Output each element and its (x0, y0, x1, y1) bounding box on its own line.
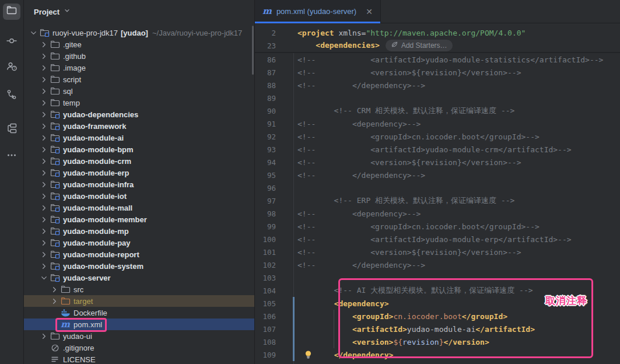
tree-item-yudao-module-mp[interactable]: yudao-module-mp (24, 225, 254, 237)
code-line-97[interactable]: 97 <!-- ERP 相关模块。默认注释，保证编译速度 --> (255, 194, 620, 207)
activity-bar-button-structure[interactable] (3, 121, 20, 138)
chevron-right-icon[interactable] (39, 192, 48, 201)
structure-icon (6, 123, 17, 136)
chevron-right-icon[interactable] (39, 215, 48, 224)
tree-item-yudao-module-system[interactable]: yudao-module-system (24, 260, 254, 272)
tree-item-yudao-module-infra[interactable]: yudao-module-infra (24, 178, 254, 190)
tree-item-sql[interactable]: sql (24, 85, 254, 97)
code-line-109[interactable]: 109 </dependency> (255, 348, 620, 361)
code-line-106[interactable]: 106 <groupId>cn.iocoder.boot</groupId> (255, 310, 620, 323)
tree-item-label: sql (63, 87, 73, 96)
code-line-105[interactable]: 105 <dependency> (255, 297, 620, 310)
line-content: <dependencies>Add Starters… (276, 40, 453, 51)
tree-item-yudao-module-crm[interactable]: yudao-module-crm (24, 155, 254, 167)
tree-item-yudao-framework[interactable]: yudao-framework (24, 120, 254, 132)
chevron-right-icon[interactable] (39, 332, 48, 341)
chevron-right-icon[interactable] (39, 169, 48, 177)
tree-item-script[interactable]: script (24, 74, 254, 85)
tree-item-target[interactable]: target (24, 295, 254, 307)
code-line-101[interactable]: 101<!-- <version>${revision}</version>--… (255, 246, 620, 258)
project-panel-header[interactable]: Project (24, 0, 254, 23)
code-line-89[interactable]: 89 (255, 92, 620, 104)
add-starters-inlay[interactable]: Add Starters… (386, 40, 453, 51)
activity-bar-button-project[interactable] (3, 4, 20, 20)
activity-bar-button-version-control[interactable] (3, 88, 20, 104)
activity-bar-button-commit[interactable] (3, 34, 20, 50)
chevron-right-icon[interactable] (39, 87, 48, 96)
chevron-right-icon[interactable] (39, 227, 48, 236)
tree-item-yudao-module-erp[interactable]: yudao-module-erp (24, 167, 254, 178)
chevron-down-icon[interactable] (29, 29, 38, 37)
code-line-104[interactable]: 104 <!-- AI 大模型相关模块。默认注释，保证编译速度 --> (255, 284, 620, 297)
tree-item--gitee[interactable]: .gitee (24, 38, 254, 50)
close-icon[interactable]: ✕ (366, 7, 373, 16)
code-line-95[interactable]: 95<!-- </dependency>--> (255, 169, 620, 181)
code-line-92[interactable]: 92<!-- <groupId>cn.iocoder.boot</groupId… (255, 130, 620, 143)
code-line-108[interactable]: 108 <version>${revision}</version> (255, 335, 620, 348)
code-line-107[interactable]: 107 <artifactId>yudao-module-ai</artifac… (255, 323, 620, 335)
chevron-right-icon[interactable] (39, 40, 48, 49)
code-line-98[interactable]: 98<!-- <dependency>--> (255, 207, 620, 220)
tree-item-yudao-ui[interactable]: yudao-ui (24, 330, 254, 342)
chevron-right-icon[interactable] (39, 134, 48, 142)
tree-item-dockerfile[interactable]: Dockerfile (24, 307, 254, 318)
tree-item--github[interactable]: .github (24, 50, 254, 62)
code-line-102[interactable]: 102<!-- </dependency>--> (255, 258, 620, 271)
tree-item-temp[interactable]: temp (24, 97, 254, 108)
chevron-right-icon[interactable] (39, 180, 48, 189)
intention-bulb-icon[interactable] (304, 350, 313, 361)
chevron-right-icon[interactable] (39, 145, 48, 154)
tree-item--gitignore[interactable]: .gitignore (24, 342, 254, 354)
tree-item-label: yudao-ui (63, 332, 92, 341)
code-line-88[interactable]: 88<!-- </dependency>--> (255, 79, 620, 92)
code-line-23[interactable]: 23 <dependencies>Add Starters… (255, 39, 620, 52)
tree-item-yudao-server[interactable]: yudao-server (24, 272, 254, 284)
tree-item--image[interactable]: .image (24, 62, 254, 74)
chevron-right-icon[interactable] (39, 99, 48, 107)
tree-item-yudao-module-report[interactable]: yudao-module-report (24, 249, 254, 260)
module-folder-icon (50, 133, 60, 142)
activity-bar-button-more-tool-windows[interactable] (3, 148, 20, 164)
tree-item-yudao-module-ai[interactable]: yudao-module-ai (24, 132, 254, 144)
tree-item-label: .gitee (63, 40, 82, 49)
tab-pom-xml[interactable]: m pom.xml (yudao-server) ✕ (255, 0, 381, 23)
chevron-down-icon[interactable] (39, 274, 48, 282)
tree-item-pom-xml[interactable]: mpom.xml (24, 318, 254, 330)
code-line-99[interactable]: 99<!-- <groupId>cn.iocoder.boot</groupId… (255, 220, 620, 233)
tree-item-yudao-dependencies[interactable]: yudao-dependencies (24, 108, 254, 120)
code-line-2[interactable]: 2<project xmlns="http://maven.apache.org… (255, 26, 620, 39)
code-line-103[interactable]: 103 (255, 271, 620, 284)
chevron-right-icon[interactable] (50, 285, 59, 294)
tree-item-yudao-module-member[interactable]: yudao-module-member (24, 214, 254, 225)
chevron-right-icon[interactable] (39, 52, 48, 61)
chevron-right-icon[interactable] (39, 122, 48, 131)
code-line-86[interactable]: 86<!-- <artifactId>yudao-module-statisti… (255, 53, 620, 66)
code-line-100[interactable]: 100<!-- <artifactId>yudao-module-erp</ar… (255, 233, 620, 246)
code-line-94[interactable]: 94<!-- <version>${revision}</version>--> (255, 156, 620, 169)
code-line-91[interactable]: 91<!-- <dependency>--> (255, 117, 620, 130)
code-line-96[interactable]: 96 (255, 181, 620, 194)
code-line-93[interactable]: 93<!-- <artifactId>yudao-module-crm</art… (255, 143, 620, 156)
code-line-90[interactable]: 90 <!-- CRM 相关模块。默认注释，保证编译速度 --> (255, 104, 620, 117)
code-line-110[interactable]: 110 (255, 361, 620, 364)
chevron-right-icon[interactable] (39, 262, 48, 271)
chevron-right-icon[interactable] (39, 110, 48, 119)
code-area[interactable]: 86<!-- <artifactId>yudao-module-statisti… (255, 53, 620, 364)
tree-item-src[interactable]: src (24, 284, 254, 295)
chevron-right-icon[interactable] (39, 239, 48, 247)
tree-item-yudao-module-mall[interactable]: yudao-module-mall (24, 202, 254, 214)
chevron-right-icon[interactable] (50, 297, 59, 306)
chevron-right-icon[interactable] (39, 75, 48, 84)
tree-item-yudao-module-pay[interactable]: yudao-module-pay (24, 237, 254, 249)
tree-item-yudao-module-bpm[interactable]: yudao-module-bpm (24, 144, 254, 155)
tree-item-ruoyi-vue-pro-jdk17[interactable]: ruoyi-vue-pro-jdk17[yudao]~/Java/ruoyi-v… (24, 27, 254, 38)
tree-item-yudao-module-iot[interactable]: yudao-module-iot (24, 190, 254, 202)
chevron-right-icon[interactable] (39, 64, 48, 72)
chevron-right-icon[interactable] (39, 157, 48, 166)
code-line-87[interactable]: 87<!-- <version>${revision}</version>--> (255, 66, 620, 79)
chevron-right-icon[interactable] (39, 204, 48, 212)
activity-bar-button-pull-requests[interactable]: ? (3, 60, 20, 76)
tree-item-license[interactable]: LICENSE (24, 354, 254, 364)
chevron-right-icon[interactable] (39, 250, 48, 259)
panel-scrollbar-thumb[interactable] (252, 26, 254, 75)
